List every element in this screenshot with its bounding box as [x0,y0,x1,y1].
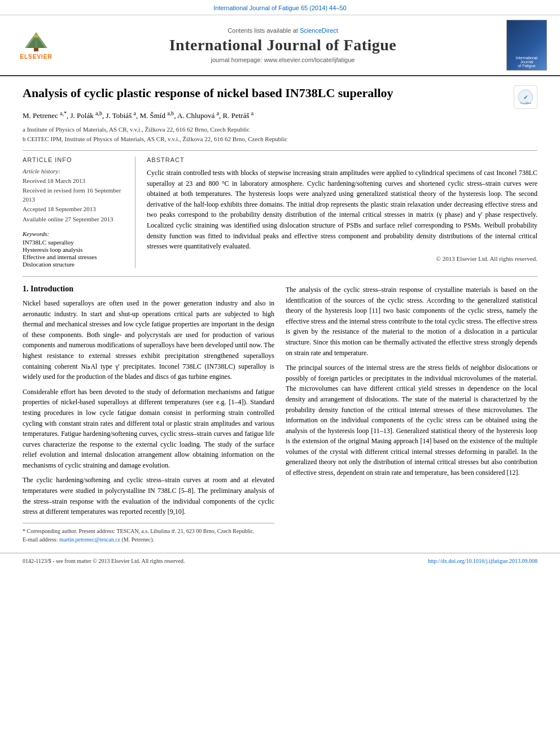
contents-text: Contents lists available at [228,27,298,34]
article-history-label: Article history: [23,168,127,174]
banner-left: ELSEVIER [8,30,64,61]
abstract-text: Cyclic strain controlled tests with bloc… [147,168,537,252]
svg-text:CrossMark: CrossMark [520,102,531,104]
intro-para-5: The principal sources of the internal st… [286,362,537,478]
crossmark-badge: ✓ CrossMark [514,85,537,109]
article-info-col: ARTICLE INFO Article history: Received 1… [23,156,135,268]
abstract-title: ABSTRACT [147,156,537,163]
sciencedirect-link[interactable]: ScienceDirect [300,27,338,34]
elsevier-text: ELSEVIER [20,54,52,60]
email-label: E-mail address: [23,536,58,543]
elsevier-logo: ELSEVIER [14,30,59,61]
accepted-date: Accepted 18 September 2013 [23,205,127,213]
keywords-label: Keywords: [23,230,127,237]
intro-para-3: The cyclic hardening/softening and cycli… [23,475,274,517]
article-info-title: ARTICLE INFO [23,156,127,163]
available-date: Available online 27 September 2013 [23,215,127,224]
email-link[interactable]: martin.petrenec@tescan.cz [59,536,120,543]
footnote-section: * Corresponding author. Present address:… [23,523,274,544]
svg-rect-4 [35,37,37,48]
affiliation-a: a Institute of Physics of Materials, AS … [23,125,537,135]
keyword-1: IN738LC superalloy [23,239,127,246]
body-two-col: 1. Introduction Nickel based superalloys… [23,285,537,544]
footnote-corresponding: * Corresponding author. Present address:… [23,527,274,535]
section-divider [23,276,537,277]
body-col-left: 1. Introduction Nickel based superalloys… [23,285,274,544]
intro-para-4: The analysis of the cyclic stress–strain… [286,285,537,358]
banner-area: ELSEVIER Contents lists available at Sci… [0,15,560,76]
body-col-right: The analysis of the cyclic stress–strain… [286,285,537,544]
affiliation-b: b CEITEC IPM, Institute of Physics of Ma… [23,134,537,145]
banner-center: Contents lists available at ScienceDirec… [64,27,501,63]
article-footer: 0142-1123/$ - see front matter © 2013 El… [0,553,560,569]
sciencedirect-line: Contents lists available at ScienceDirec… [64,27,501,34]
journal-cover-text: International Journalof Fatigue [509,56,544,68]
footer-issn: 0142-1123/$ - see front matter © 2013 El… [23,558,185,564]
footnote-email: E-mail address: martin.petrenec@tescan.c… [23,535,274,544]
article-title: Analysis of cyclic plastic response of n… [23,85,393,102]
banner-right: International Journalof Fatigue [501,20,552,71]
authors-line: M. Petrenec a,*, J. Polák a,b, J. Tobiáš… [23,109,537,121]
article-info-abstract: ARTICLE INFO Article history: Received 1… [23,150,537,268]
journal-header-bar: International Journal of Fatigue 65 (201… [0,0,560,15]
affiliations: a Institute of Physics of Materials, AS … [23,125,537,145]
crossmark-icon: ✓ CrossMark [517,89,534,106]
keyword-3: Effective and internal stresses [23,254,127,260]
journal-cover: International Journalof Fatigue [506,20,547,71]
received-revised-date: Received in revised form 16 September 20… [23,186,127,204]
journal-homepage: journal homepage: www.elsevier.com/locat… [64,56,501,63]
elsevier-tree-icon [19,31,53,53]
footer-doi-link: http://dx.doi.org/10.1016/j.ijfatigue.20… [428,558,537,564]
intro-para-2: Considerable effort has been devoted to … [23,387,274,471]
svg-rect-3 [34,48,38,51]
journal-ref: International Journal of Fatigue 65 (201… [213,5,346,11]
journal-title-banner: International Journal of Fatigue [64,36,501,54]
abstract-col: ABSTRACT Cyclic strain controlled tests … [147,156,537,268]
abstract-copyright: © 2013 Elsevier Ltd. All rights reserved… [147,255,537,262]
received-date: Received 18 March 2013 [23,177,127,185]
svg-text:✓: ✓ [523,94,528,101]
keyword-2: Hysteresis loop analysis [23,246,127,253]
keywords-section: Keywords: IN738LC superalloy Hysteresis … [23,230,127,268]
email-suffix: (M. Petrenec). [122,536,154,543]
section-number: 1. [23,285,29,293]
article-container: Analysis of cyclic plastic response of n… [0,76,560,553]
section-title: Introduction [30,285,73,293]
intro-para-1: Nickel based superalloys are often used … [23,298,274,382]
keyword-4: Dislocation structure [23,261,127,268]
section-1-heading: 1. Introduction [23,285,274,294]
homepage-text: journal homepage: www.elsevier.com/locat… [211,56,355,63]
svg-point-5 [33,34,39,38]
title-row: Analysis of cyclic plastic response of n… [23,85,537,109]
footer-doi[interactable]: http://dx.doi.org/10.1016/j.ijfatigue.20… [428,558,537,564]
page-wrapper: International Journal of Fatigue 65 (201… [0,0,560,747]
